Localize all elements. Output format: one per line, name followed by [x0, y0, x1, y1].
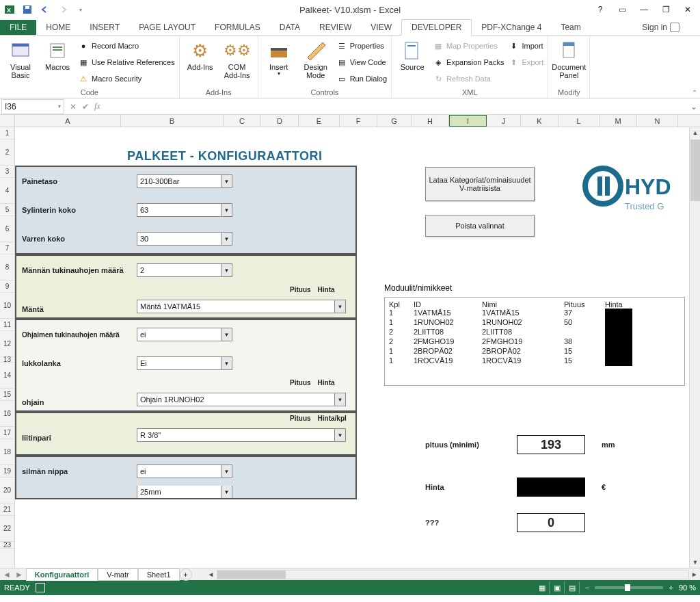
scroll-down-icon[interactable]: ▼	[690, 557, 700, 568]
dropdown-icon[interactable]: ▼	[221, 328, 232, 341]
ohjain-dropdown[interactable]: Ohjain 1RUNOH02▼	[137, 393, 346, 406]
vertical-scrollbar[interactable]: ▲ ▼	[689, 127, 700, 568]
com-addins-button[interactable]: ⚙⚙COM Add-Ins	[221, 37, 254, 79]
sign-in-link[interactable]: Sign in	[642, 23, 679, 32]
varren-dropdown[interactable]: 30▼	[137, 232, 232, 246]
sheet-canvas[interactable]: PALKEET - KONFIGURAATTORI Painetaso 210-…	[15, 127, 700, 568]
tab-pagelayout[interactable]: PAGE LAYOUT	[129, 20, 205, 35]
properties-button[interactable]: ☰Properties	[336, 38, 387, 53]
col-head-f[interactable]: F	[340, 115, 377, 127]
undo-icon[interactable]	[37, 1, 53, 18]
visual-basic-button[interactable]: Visual Basic	[4, 37, 37, 79]
row-17[interactable]: 17	[0, 427, 14, 439]
row-3[interactable]: 3	[0, 166, 14, 178]
sheet-nav-next-icon[interactable]: ►	[15, 570, 23, 579]
row-13[interactable]: 13	[0, 357, 14, 363]
zoom-in-icon[interactable]: +	[669, 584, 673, 592]
row-7[interactable]: 7	[0, 242, 14, 254]
dropdown-icon[interactable]: ▼	[334, 300, 345, 313]
macro-security-button[interactable]: ⚠Macro Security	[78, 71, 175, 86]
extra-dropdown[interactable]: 25mm▼	[137, 486, 232, 498]
expand-formula-bar-icon[interactable]: ⌄	[688, 102, 700, 112]
close-icon[interactable]: ✕	[679, 1, 696, 18]
dropdown-icon[interactable]: ▼	[221, 264, 232, 276]
source-button[interactable]: Source	[396, 37, 429, 71]
row-22[interactable]: 22	[0, 516, 14, 542]
collapse-ribbon-icon[interactable]: ⌃	[692, 89, 697, 96]
help-icon[interactable]: ?	[592, 1, 608, 18]
addins-button[interactable]: ⚙Add-Ins	[184, 37, 217, 71]
run-dialog-button[interactable]: ▭Run Dialog	[336, 71, 387, 86]
relative-refs-button[interactable]: ▦Use Relative References	[78, 55, 175, 70]
view-code-button[interactable]: ▤View Code	[336, 55, 387, 70]
tab-insert[interactable]: INSERT	[80, 20, 129, 35]
row-1[interactable]: 1	[0, 127, 14, 140]
macro-record-icon[interactable]	[36, 583, 45, 592]
page-break-view-icon[interactable]: ▤	[565, 581, 580, 594]
silman-nippa-dropdown[interactable]: ei▼	[137, 464, 232, 478]
sheet-tab-sheet1[interactable]: Sheet1	[138, 568, 180, 581]
dropdown-icon[interactable]: ▼	[221, 486, 232, 498]
hscroll-right-icon[interactable]: ►	[689, 571, 700, 578]
row-6[interactable]: 6	[0, 216, 14, 242]
tab-team[interactable]: Team	[551, 20, 590, 35]
dropdown-icon[interactable]: ▼	[221, 465, 232, 477]
col-head-b[interactable]: B	[121, 115, 224, 127]
enter-formula-icon[interactable]: ✔	[82, 102, 89, 112]
name-box[interactable]: I36 ▾	[1, 99, 64, 114]
save-icon[interactable]	[19, 1, 36, 18]
sheet-tab-konfiguraattori[interactable]: Konfiguraattori	[26, 568, 98, 581]
zoom-level[interactable]: 90 %	[679, 584, 696, 592]
tab-pdfxchange[interactable]: PDF-XChange 4	[472, 20, 551, 35]
expansion-packs-button[interactable]: ◈Expansion Packs	[433, 55, 504, 70]
row-18[interactable]: 18	[0, 439, 14, 465]
sylinterin-dropdown[interactable]: 63▼	[137, 203, 232, 217]
col-head-d[interactable]: D	[261, 115, 299, 127]
row-5[interactable]: 5	[0, 204, 14, 216]
row-21[interactable]: 21	[0, 503, 14, 516]
row-23[interactable]: 23	[0, 542, 14, 549]
normal-view-icon[interactable]: ▦	[535, 581, 550, 594]
row-2[interactable]: 2	[0, 140, 14, 166]
row-12[interactable]: 12	[0, 331, 14, 357]
tab-home[interactable]: HOME	[36, 20, 80, 35]
row-9[interactable]: 9	[0, 280, 14, 293]
row-10[interactable]: 10	[0, 293, 14, 319]
ribbon-display-icon[interactable]: ▭	[614, 1, 630, 18]
col-head-g[interactable]: G	[377, 115, 412, 127]
import-button[interactable]: ⬇Import	[508, 38, 543, 53]
hscroll-left-icon[interactable]: ◄	[206, 571, 217, 578]
hscroll-thumb[interactable]	[217, 571, 286, 579]
col-head-m[interactable]: M	[600, 115, 637, 127]
col-head-j[interactable]: J	[487, 115, 521, 127]
scroll-up-icon[interactable]: ▲	[690, 127, 700, 138]
mannan-tuki-dropdown[interactable]: 2▼	[137, 263, 232, 277]
tab-data[interactable]: DATA	[270, 20, 310, 35]
scroll-thumb[interactable]	[690, 140, 700, 201]
tab-review[interactable]: REVIEW	[310, 20, 361, 35]
col-head-n[interactable]: N	[637, 115, 678, 127]
macros-button[interactable]: Macros	[41, 37, 74, 71]
sheet-nav-prev-icon[interactable]: ◄	[3, 570, 11, 579]
sheet-tab-vmatr[interactable]: V-matr	[98, 568, 137, 581]
zoom-slider[interactable]	[595, 586, 663, 589]
horizontal-scrollbar[interactable]	[217, 570, 689, 579]
row-15[interactable]: 15	[0, 389, 14, 401]
painetaso-dropdown[interactable]: 210-300Bar▼	[137, 174, 232, 188]
clear-selections-button[interactable]: Poista valinnat	[425, 215, 535, 237]
liitinpari-dropdown[interactable]: R 3/8"▼	[137, 428, 346, 442]
dropdown-icon[interactable]: ▼	[334, 393, 345, 406]
new-sheet-button[interactable]: +	[180, 568, 192, 581]
col-head-i[interactable]: I	[449, 115, 487, 127]
record-macro-button[interactable]: ●Record Macro	[78, 38, 175, 53]
manta-dropdown[interactable]: Mäntä 1VATMÄ15▼	[137, 300, 346, 313]
qat-dropdown-icon[interactable]: ▾	[72, 1, 89, 18]
row-19[interactable]: 19	[0, 465, 14, 477]
fx-icon[interactable]: fx	[94, 101, 100, 112]
dropdown-icon[interactable]: ▼	[221, 233, 232, 245]
col-head-h[interactable]: H	[412, 115, 449, 127]
row-8[interactable]: 8	[0, 254, 14, 280]
col-head-e[interactable]: E	[299, 115, 340, 127]
select-all-corner[interactable]	[0, 115, 15, 127]
row-16[interactable]: 16	[0, 401, 14, 427]
